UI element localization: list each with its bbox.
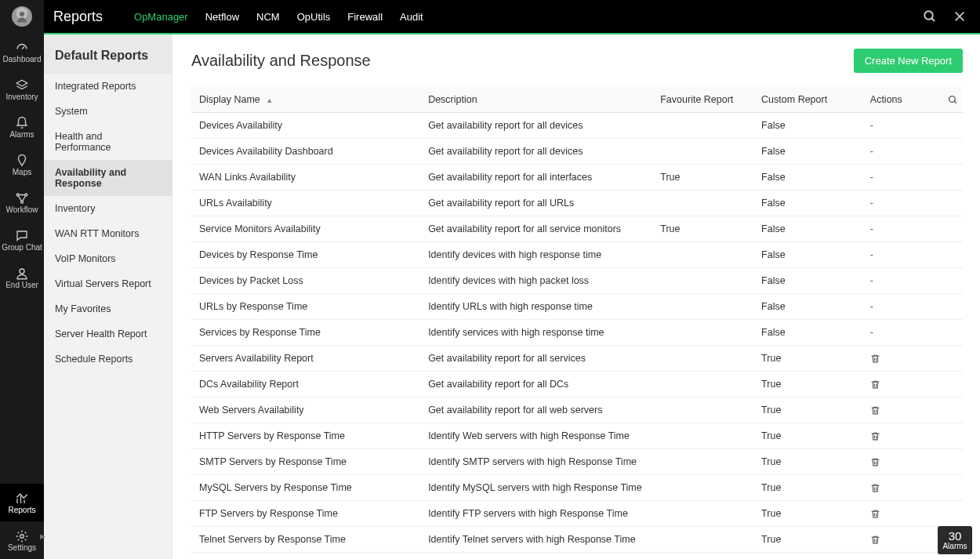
sub-nav-item-inventory[interactable]: Inventory <box>44 196 172 221</box>
col-header-favourite[interactable]: Favourite Report <box>655 87 757 113</box>
top-tab-audit[interactable]: Audit <box>400 11 423 23</box>
cell-custom: True <box>757 372 858 397</box>
cell-display[interactable]: SMTP Servers by Response Time <box>191 449 423 475</box>
sub-nav-item-availability-and-response[interactable]: Availability and Response <box>44 160 172 196</box>
table-row[interactable]: DCs Availability Report Get availability… <box>191 372 963 397</box>
cell-description: Get availability report for all interfac… <box>423 553 655 560</box>
table-row[interactable]: FTP Servers by Response Time Identify FT… <box>191 501 963 527</box>
cell-display[interactable]: HTTP Servers by Response Time <box>191 423 423 449</box>
table-row[interactable]: Servers Availability Report Get availabi… <box>191 346 963 372</box>
table-row[interactable]: Telnet Servers by Response Time Identify… <box>191 527 963 553</box>
table-row[interactable]: All Interfaces Availability Get availabi… <box>191 553 963 560</box>
cell-actions: - <box>858 216 943 242</box>
cell-actions: - <box>858 320 943 346</box>
reports-table: Display Name ▲ Description Favourite Rep… <box>191 87 963 559</box>
expand-caret-icon[interactable]: ▶ <box>40 532 45 540</box>
delete-icon[interactable] <box>870 354 938 364</box>
sub-nav-item-integrated-reports[interactable]: Integrated Reports <box>44 74 172 99</box>
table-row[interactable]: Devices by Packet Loss Identify devices … <box>191 268 963 294</box>
cell-display[interactable]: Service Monitors Availability <box>191 216 423 242</box>
alarms-badge[interactable]: 30 Alarms <box>938 526 972 554</box>
cell-custom: True <box>757 475 858 501</box>
cell-display[interactable]: Telnet Servers by Response Time <box>191 527 423 553</box>
rail-item-reports[interactable]: Reports <box>0 484 44 521</box>
sub-nav-item-server-health-report[interactable]: Server Health Report <box>44 321 172 347</box>
close-icon[interactable] <box>952 9 967 24</box>
cell-favourite <box>655 320 757 346</box>
delete-icon[interactable] <box>870 535 938 545</box>
sub-nav-item-my-favorites[interactable]: My Favorites <box>44 296 172 321</box>
sub-nav-item-voip-monitors[interactable]: VoIP Monitors <box>44 246 172 271</box>
cell-display[interactable]: MySQL Servers by Response Time <box>191 475 423 501</box>
table-row[interactable]: Devices by Response Time Identify device… <box>191 242 963 268</box>
rail-item-group-chat[interactable]: Group Chat <box>0 221 44 259</box>
col-header-display[interactable]: Display Name ▲ <box>191 87 423 113</box>
top-tab-oputils[interactable]: OpUtils <box>297 11 331 23</box>
col-header-actions[interactable]: Actions <box>858 87 943 113</box>
cell-display[interactable]: URLs Availability <box>191 191 423 216</box>
table-row[interactable]: URLs by Response Time Identify URLs with… <box>191 294 963 320</box>
rail-item-settings[interactable]: Settings <box>0 521 44 559</box>
cell-actions: - <box>858 268 943 294</box>
top-tab-netflow[interactable]: Netflow <box>205 11 239 23</box>
sub-nav-item-wan-rtt-monitors[interactable]: WAN RTT Monitors <box>44 221 172 246</box>
cell-display[interactable]: DCs Availability Report <box>191 372 423 397</box>
avatar[interactable] <box>0 0 44 33</box>
user-avatar-icon <box>15 9 29 24</box>
sub-nav-item-health-and-performance[interactable]: Health and Performance <box>44 124 172 160</box>
sub-nav-item-system[interactable]: System <box>44 99 172 124</box>
cell-favourite <box>655 372 757 397</box>
cell-display[interactable]: Services by Response Time <box>191 320 423 346</box>
create-new-report-button[interactable]: Create New Report <box>854 49 963 73</box>
cell-favourite: True <box>655 553 757 560</box>
rail-item-end-user[interactable]: End User <box>0 259 44 296</box>
cell-display[interactable]: Devices by Response Time <box>191 242 423 268</box>
cell-display[interactable]: Devices Availability Dashboard <box>191 139 423 165</box>
cell-display[interactable]: WAN Links Availability <box>191 165 423 191</box>
table-row[interactable]: URLs Availability Get availability repor… <box>191 191 963 216</box>
cell-display[interactable]: All Interfaces Availability <box>191 553 423 560</box>
table-row[interactable]: SMTP Servers by Response Time Identify S… <box>191 449 963 475</box>
cell-display[interactable]: Servers Availability Report <box>191 346 423 372</box>
top-tab-opmanager[interactable]: OpManager <box>134 11 188 23</box>
cell-description: Identify SMTP servers with high Response… <box>423 449 655 475</box>
rail-item-maps[interactable]: Maps <box>0 146 44 183</box>
top-tab-firewall[interactable]: Firewall <box>347 11 383 23</box>
cell-favourite <box>655 423 757 449</box>
rail-item-workflow[interactable]: Workflow <box>0 183 44 221</box>
top-tab-ncm[interactable]: NCM <box>256 11 280 23</box>
rail-item-alarms[interactable]: Alarms <box>0 108 44 146</box>
cell-description: Identify Web servers with high Response … <box>423 423 655 449</box>
table-row[interactable]: Services by Response Time Identify servi… <box>191 320 963 346</box>
table-row[interactable]: MySQL Servers by Response Time Identify … <box>191 475 963 501</box>
delete-icon[interactable] <box>870 405 938 416</box>
delete-icon[interactable] <box>870 509 938 519</box>
cell-display[interactable]: FTP Servers by Response Time <box>191 501 423 527</box>
table-row[interactable]: WAN Links Availability Get availability … <box>191 165 963 191</box>
sub-nav-item-schedule-reports[interactable]: Schedule Reports <box>44 347 172 372</box>
delete-icon[interactable] <box>870 457 938 467</box>
cell-display[interactable]: URLs by Response Time <box>191 294 423 320</box>
table-row[interactable]: Service Monitors Availability Get availa… <box>191 216 963 242</box>
table-row[interactable]: Devices Availability Get availability re… <box>191 113 963 139</box>
sub-nav-item-virtual-servers-report[interactable]: Virtual Servers Report <box>44 271 172 296</box>
table-row[interactable]: Web Servers Availability Get availabilit… <box>191 397 963 423</box>
rail-item-inventory[interactable]: Inventory <box>0 71 44 108</box>
cell-display[interactable]: Devices by Packet Loss <box>191 268 423 294</box>
col-header-custom[interactable]: Custom Report <box>757 87 858 113</box>
table-search-icon[interactable] <box>943 87 963 113</box>
cell-display[interactable]: Devices Availability <box>191 113 423 139</box>
svg-point-17 <box>949 96 956 102</box>
cell-description: Get availability report for all devices <box>423 113 655 139</box>
delete-icon[interactable] <box>870 379 938 390</box>
delete-icon[interactable] <box>870 431 938 441</box>
rail-item-dashboard[interactable]: Dashboard <box>0 33 44 71</box>
search-icon[interactable] <box>922 9 938 24</box>
app-title: Reports <box>53 9 103 25</box>
table-row[interactable]: Devices Availability Dashboard Get avail… <box>191 139 963 165</box>
delete-icon[interactable] <box>870 483 938 493</box>
col-header-description[interactable]: Description <box>423 87 655 113</box>
table-row[interactable]: HTTP Servers by Response Time Identify W… <box>191 423 963 449</box>
cell-description: Get availability report for all devices <box>423 139 655 165</box>
cell-display[interactable]: Web Servers Availability <box>191 397 423 423</box>
